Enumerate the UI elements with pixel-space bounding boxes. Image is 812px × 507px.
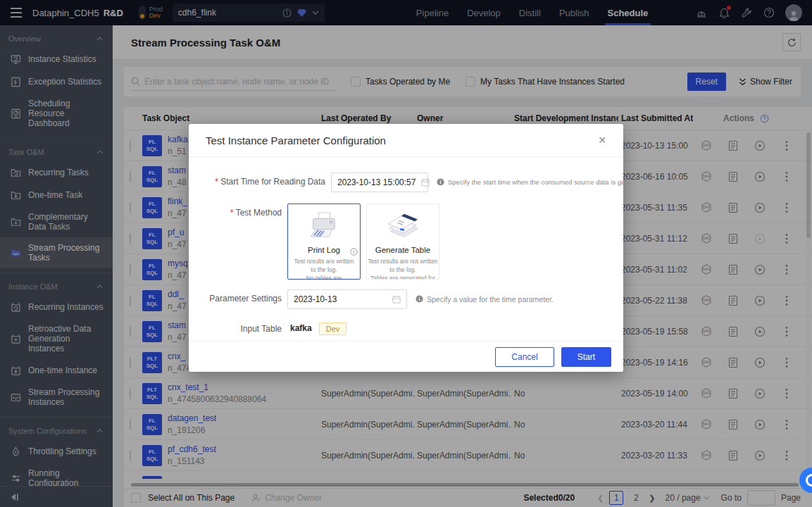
printer-illustration bbox=[288, 210, 360, 242]
modal-close-icon[interactable]: ✕ bbox=[598, 135, 606, 145]
info-circle-icon[interactable] bbox=[350, 248, 358, 256]
test-method-card-print-log[interactable]: Print LogTest results are writtento the … bbox=[287, 204, 361, 280]
field-input-table: Input Table kafka Dev bbox=[206, 320, 623, 335]
info-circle-icon bbox=[416, 295, 423, 303]
calendar-icon bbox=[421, 178, 430, 187]
test-method-label: Test Method bbox=[206, 204, 282, 218]
parameter-hint: Specify a value for the time parameter. bbox=[416, 289, 554, 303]
test-instance-parameter-modal: Test Instance Parameter Configuration ✕ … bbox=[189, 124, 623, 372]
table-stack-illustration bbox=[367, 210, 439, 242]
test-method-description: Test results are writtento the log.No ta… bbox=[288, 257, 360, 280]
cancel-button[interactable]: Cancel bbox=[495, 347, 554, 367]
test-method-card-generate-table[interactable]: Generate TableTest results are not writt… bbox=[366, 204, 439, 280]
modal-body: Start Time for Reading Data 2023-10-13 1… bbox=[189, 157, 623, 335]
calendar-icon bbox=[392, 295, 401, 303]
info-circle-icon bbox=[437, 178, 444, 186]
test-method-title: Generate Table bbox=[367, 246, 439, 254]
parameter-settings-label: Parameter Settings bbox=[206, 289, 282, 303]
test-method-title: Print Log bbox=[288, 246, 360, 254]
parameter-input[interactable]: 2023-10-13 bbox=[287, 289, 407, 309]
start-time-hint: Specify the start time when the consumed… bbox=[437, 173, 630, 186]
field-parameter-settings: Parameter Settings 2023-10-13 Specify a … bbox=[206, 289, 623, 309]
start-button[interactable]: Start bbox=[561, 347, 611, 367]
test-method-description: Test results are not writtento the log.T… bbox=[367, 257, 439, 280]
start-time-input[interactable]: 2023-10-13 15:00:57 bbox=[331, 173, 428, 192]
input-table-label: Input Table bbox=[206, 320, 282, 334]
field-test-method: Test Method Print LogTest results are wr… bbox=[206, 204, 623, 280]
modal-footer: Cancel Start bbox=[189, 341, 623, 372]
modal-header: Test Instance Parameter Configuration ✕ bbox=[189, 124, 623, 157]
dev-env-tag: Dev bbox=[319, 323, 347, 335]
input-table-value: kafka bbox=[290, 320, 312, 333]
field-start-time: Start Time for Reading Data 2023-10-13 1… bbox=[206, 173, 623, 192]
start-time-label: Start Time for Reading Data bbox=[206, 173, 325, 187]
modal-title: Test Instance Parameter Configuration bbox=[206, 134, 386, 146]
